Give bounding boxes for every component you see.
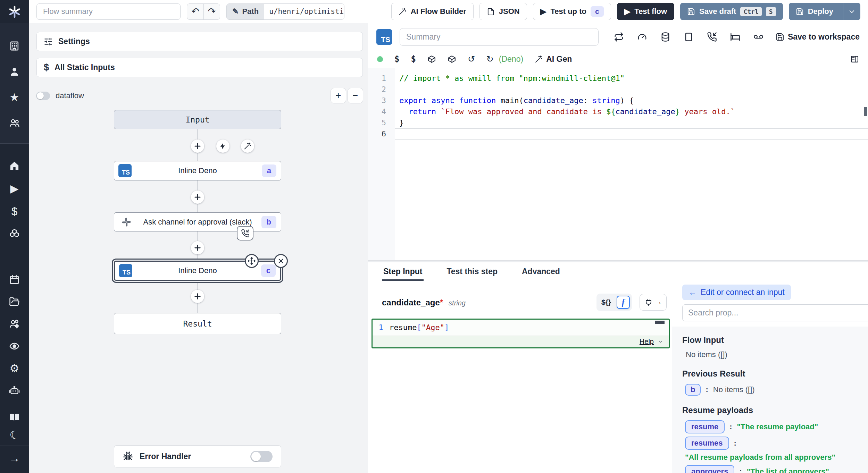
- step-summary-input[interactable]: [400, 28, 599, 46]
- sidebar-item-user[interactable]: [8, 65, 22, 78]
- prop-badge-approvers[interactable]: approvers: [685, 465, 734, 473]
- flow-summary-input[interactable]: [36, 3, 181, 20]
- sidebar-item-runs[interactable]: ▶: [8, 182, 22, 195]
- sidebar-item-ai[interactable]: [8, 384, 22, 397]
- prop-badge-resume[interactable]: resume: [685, 420, 725, 433]
- sidebar-item-workspace[interactable]: [8, 39, 22, 52]
- cache-icon[interactable]: [660, 32, 670, 42]
- sidebar-item-audit-logs[interactable]: [8, 339, 22, 353]
- dataflow-toggle[interactable]: [36, 92, 50, 100]
- ai-add-step-button[interactable]: [241, 140, 254, 153]
- expression-line[interactable]: 1 resume["Age"]: [373, 320, 669, 336]
- deploy-dropdown-button[interactable]: [843, 3, 860, 20]
- zoom-out-button[interactable]: −: [348, 88, 363, 103]
- add-trigger-button[interactable]: [216, 140, 229, 153]
- bug-icon: [123, 451, 133, 462]
- retries-icon[interactable]: [614, 32, 624, 42]
- sleep-icon[interactable]: [730, 32, 740, 42]
- sidebar-item-theme[interactable]: ☾: [8, 428, 22, 441]
- suspend-icon[interactable]: [707, 32, 717, 42]
- search-prop-input[interactable]: [682, 304, 868, 321]
- expression-editor[interactable]: 1 resume["Age"] Help: [372, 319, 670, 348]
- code-line[interactable]: 2: [368, 84, 868, 95]
- code-editor[interactable]: 1// import * as wmill from "npm:windmill…: [368, 68, 868, 260]
- expression-scrollbar-thumb[interactable]: [655, 321, 665, 324]
- test-up-to-button[interactable]: ▶ Test up to c: [533, 3, 611, 20]
- sidebar-item-docs[interactable]: [8, 410, 22, 423]
- path-value[interactable]: u/henri/optimistic_flo: [264, 4, 344, 19]
- reset-code-button[interactable]: ↺: [468, 54, 475, 64]
- users-settings-icon: [9, 319, 20, 329]
- flow-settings-row[interactable]: Settings: [36, 32, 363, 51]
- sidebar-item-variables[interactable]: $: [8, 205, 22, 218]
- all-static-inputs-row[interactable]: $ All Static Inputs: [36, 58, 363, 77]
- prop-badge-b[interactable]: b: [685, 384, 701, 396]
- suspend-approval-badge[interactable]: [237, 226, 253, 240]
- sidebar-item-resources[interactable]: [8, 228, 22, 241]
- line-text: export async function main(candidate_age…: [395, 95, 868, 106]
- zoom-in-button[interactable]: +: [331, 88, 346, 103]
- code-line[interactable]: 3export async function main(candidate_ag…: [368, 95, 868, 106]
- add-step-button[interactable]: [191, 290, 204, 303]
- plus-icon: [194, 244, 201, 252]
- tab-advanced[interactable]: Advanced: [520, 262, 561, 281]
- move-node-button[interactable]: [245, 254, 259, 268]
- redo-icon: ↷: [208, 7, 216, 16]
- add-step-button[interactable]: [191, 241, 204, 254]
- undo-button[interactable]: ↶: [187, 4, 203, 19]
- path-edit-button[interactable]: ✎ Path: [227, 4, 264, 19]
- flow-node-input[interactable]: Input: [114, 110, 281, 129]
- sidebar-item-workers[interactable]: [8, 317, 22, 330]
- add-step-button[interactable]: [191, 191, 204, 204]
- flow-node-b[interactable]: Ask channel for approval (slack) b: [114, 212, 281, 231]
- prop-badge-resumes[interactable]: resumes: [685, 437, 729, 450]
- resource-picker-button[interactable]: $: [411, 54, 416, 64]
- library-panel-icon[interactable]: [850, 55, 859, 64]
- chevron-down-icon[interactable]: [658, 339, 663, 344]
- concurrency-icon[interactable]: [753, 32, 763, 42]
- test-flow-button[interactable]: ▶ Test flow: [617, 3, 674, 20]
- mock-icon[interactable]: [684, 32, 694, 42]
- deploy-button[interactable]: Deploy: [789, 3, 860, 20]
- reload-runtime-button[interactable]: ↻: [486, 54, 494, 64]
- ai-flow-builder-button[interactable]: AI Flow Builder: [391, 3, 474, 20]
- sidebar-item-schedules[interactable]: [8, 273, 22, 286]
- help-link[interactable]: Help: [640, 338, 654, 346]
- tab-test-this-step[interactable]: Test this step: [445, 262, 499, 281]
- sidebar-expand-button[interactable]: →: [8, 451, 22, 465]
- edit-or-connect-button[interactable]: ← Edit or connect an input: [682, 285, 791, 300]
- sidebar-item-favorites[interactable]: ★: [8, 91, 22, 104]
- package-icon[interactable]: [448, 55, 456, 64]
- code-line[interactable]: 5}: [368, 117, 868, 128]
- early-stop-icon[interactable]: [637, 32, 647, 42]
- delete-node-button[interactable]: [274, 254, 288, 268]
- windmill-logo-icon[interactable]: [0, 0, 29, 23]
- code-line[interactable]: 4 return `Flow was approved and candidat…: [368, 106, 868, 117]
- code-line[interactable]: 1// import * as wmill from "npm:windmill…: [368, 73, 868, 84]
- tab-step-input[interactable]: Step Input: [382, 262, 424, 281]
- json-button[interactable]: JSON: [479, 3, 527, 20]
- sidebar-item-home[interactable]: [8, 159, 22, 172]
- package-icon[interactable]: [427, 55, 436, 64]
- redo-button[interactable]: ↷: [203, 4, 220, 19]
- flow-node-a[interactable]: TS Inline Deno a: [114, 161, 281, 180]
- save-to-workspace-button[interactable]: Save to workspace: [776, 32, 860, 42]
- flow-node-c-selected[interactable]: TS Inline Deno c: [114, 261, 281, 281]
- javascript-mode-option[interactable]: f: [617, 296, 630, 309]
- bot-icon: [9, 385, 20, 396]
- template-mode-option[interactable]: ${}: [599, 298, 614, 306]
- error-handler-row[interactable]: Error Handler: [114, 445, 281, 467]
- sidebar-item-settings[interactable]: ⚙: [8, 362, 22, 375]
- editor-scrollbar-thumb[interactable]: [864, 107, 867, 116]
- connect-input-button[interactable]: →: [640, 294, 667, 311]
- sidebar-item-folders[interactable]: [8, 295, 22, 308]
- add-step-button[interactable]: [191, 140, 204, 153]
- code-line[interactable]: 6: [368, 128, 868, 140]
- variable-picker-button[interactable]: $: [394, 54, 399, 64]
- error-handler-toggle[interactable]: [250, 451, 273, 462]
- sidebar-item-groups[interactable]: [8, 116, 22, 129]
- save-draft-button[interactable]: Save draft Ctrl S: [680, 3, 783, 20]
- flow-node-result[interactable]: Result: [114, 313, 281, 334]
- ai-gen-button[interactable]: AI Gen: [535, 54, 572, 64]
- result-node-label: Result: [183, 319, 212, 328]
